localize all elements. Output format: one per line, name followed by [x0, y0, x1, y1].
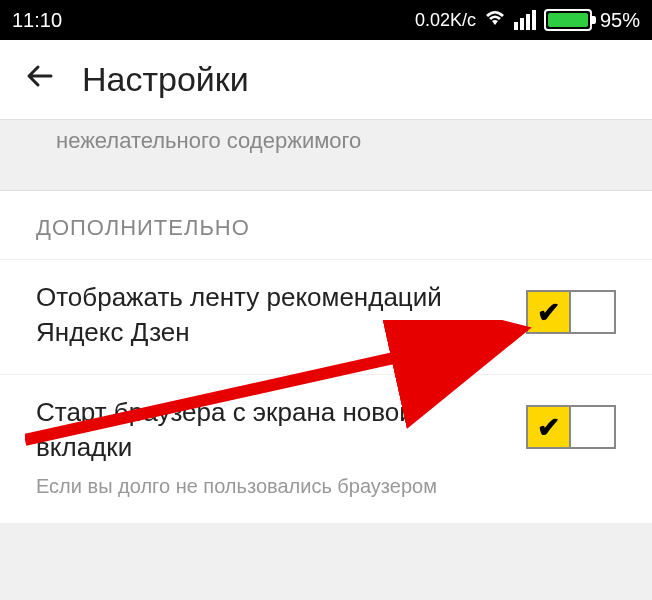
network-speed: 0.02K/c: [415, 10, 476, 31]
status-bar: 11:10 0.02K/c 95%: [0, 0, 652, 40]
content: нежелательного содержимого ДОПОЛНИТЕЛЬНО…: [0, 120, 652, 523]
toggle-zen-feed[interactable]: ✔: [526, 290, 616, 334]
wifi-icon: [484, 9, 506, 32]
signal-icon: [514, 10, 536, 30]
back-arrow-icon[interactable]: [24, 61, 54, 99]
battery-percent: 95%: [600, 9, 640, 32]
section-header: ДОПОЛНИТЕЛЬНО: [0, 191, 652, 259]
setting-title: Старт браузера с экрана новой вкладки: [36, 395, 516, 465]
page-title: Настройки: [82, 60, 249, 99]
checkmark-icon: ✔: [528, 407, 571, 447]
app-header: Настройки: [0, 40, 652, 120]
setting-zen-feed[interactable]: Отображать ленту рекомендаций Яндекс Дзе…: [0, 259, 652, 374]
battery-icon: [544, 9, 592, 31]
toggle-start-newtab[interactable]: ✔: [526, 405, 616, 449]
section-additional: ДОПОЛНИТЕЛЬНО Отображать ленту рекоменда…: [0, 190, 652, 523]
checkmark-icon: ✔: [528, 292, 571, 332]
setting-subtitle: Если вы долго не пользовались браузером: [36, 473, 516, 499]
status-right: 0.02K/c 95%: [415, 9, 640, 32]
setting-start-newtab[interactable]: Старт браузера с экрана новой вкладки Ес…: [0, 374, 652, 523]
setting-title: Отображать ленту рекомендаций Яндекс Дзе…: [36, 280, 516, 350]
status-time: 11:10: [12, 9, 62, 32]
previous-setting-tail: нежелательного содержимого: [0, 120, 652, 170]
